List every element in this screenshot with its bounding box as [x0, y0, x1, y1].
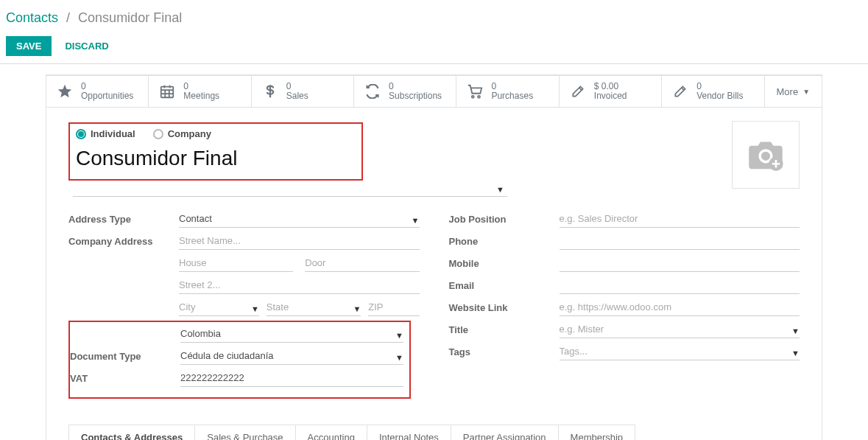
country-value: Colombia — [180, 325, 403, 343]
stat-meetings[interactable]: 0 Meetings — [149, 76, 251, 107]
city-select[interactable]: ▼ — [179, 298, 259, 316]
radio-dot-icon — [153, 129, 163, 139]
zip-input[interactable] — [368, 298, 419, 316]
calendar-icon — [158, 83, 177, 99]
highlight-vat-section: . Colombia ▼ Document Type Cédula de ciu… — [68, 321, 411, 399]
title-label: Title — [449, 321, 560, 335]
tab-internal-notes[interactable]: Internal Notes — [367, 425, 451, 440]
more-button[interactable]: More ▼ — [765, 76, 822, 107]
website-label: Website Link — [449, 298, 560, 313]
vat-input[interactable] — [180, 369, 403, 387]
notebook-tabs: Contacts & Addresses Sales & Purchase Ac… — [68, 424, 800, 440]
stat-subscriptions-label: Subscriptions — [389, 91, 442, 101]
stat-sales[interactable]: 0 Sales — [252, 76, 354, 107]
radio-company-label: Company — [168, 128, 211, 139]
country-select[interactable]: Colombia ▼ — [180, 325, 403, 343]
fields-grid: Address Type Contact ▼ Company Address — [68, 210, 800, 399]
dollar-icon — [261, 83, 280, 99]
document-type-select[interactable]: Cédula de ciudadanía ▼ — [180, 347, 403, 365]
stat-buttons: 0 Opportunities 0 Meetings 0 Sales — [46, 76, 822, 108]
star-icon — [55, 83, 74, 99]
house-input[interactable] — [179, 254, 293, 272]
address-type-label: Address Type — [68, 210, 179, 225]
stat-purchases[interactable]: 0 Purchases — [456, 76, 559, 107]
vat-label: VAT — [70, 369, 180, 384]
company-type-radios: Individual Company — [74, 128, 357, 139]
more-label: More — [777, 86, 799, 97]
email-label: Email — [449, 276, 560, 291]
avatar-upload[interactable] — [732, 121, 800, 189]
tab-contacts-addresses[interactable]: Contacts & Addresses — [68, 425, 195, 440]
phone-label: Phone — [449, 232, 560, 247]
camera-plus-icon — [745, 137, 786, 172]
breadcrumb-separator: / — [62, 10, 74, 25]
tab-accounting[interactable]: Accounting — [295, 425, 367, 440]
stat-vendor-bills-label: Vendor Bills — [696, 91, 743, 101]
company-dropdown[interactable]: ▼ — [73, 185, 507, 197]
edit-icon — [671, 84, 690, 99]
mobile-label: Mobile — [449, 254, 560, 269]
title-input[interactable] — [560, 321, 800, 338]
action-row: SAVE DISCARD — [0, 32, 868, 63]
stat-invoiced-label: Invoiced — [594, 91, 627, 101]
email-input[interactable] — [560, 276, 800, 294]
mobile-input[interactable] — [560, 254, 800, 272]
stat-meetings-label: Meetings — [183, 91, 219, 101]
divider — [0, 63, 868, 64]
stat-purchases-label: Purchases — [491, 91, 533, 101]
radio-individual-label: Individual — [91, 128, 135, 139]
highlight-name-section: Individual Company Consumidor Final — [68, 122, 363, 181]
state-input[interactable] — [267, 298, 361, 316]
stat-vendor-bills[interactable]: 0 Vendor Bills — [662, 76, 764, 107]
tags-select[interactable]: ▼ — [560, 343, 800, 360]
contact-name[interactable]: Consumidor Final — [74, 145, 357, 172]
radio-company[interactable]: Company — [153, 128, 211, 139]
tab-sales-purchase[interactable]: Sales & Purchase — [194, 425, 295, 440]
title-select[interactable]: ▼ — [560, 321, 800, 338]
breadcrumb-current: Consumidor Final — [78, 10, 182, 25]
address-type-value: Contact — [179, 210, 420, 228]
edit-icon — [568, 84, 588, 99]
stat-invoiced[interactable]: $ 0.00 Invoiced — [560, 76, 662, 107]
svg-point-10 — [761, 152, 770, 161]
form-card: 0 Opportunities 0 Meetings 0 Sales — [46, 74, 822, 440]
stat-opportunities[interactable]: 0 Opportunities — [46, 76, 149, 107]
street2-input[interactable] — [179, 276, 420, 294]
job-position-input[interactable] — [560, 210, 800, 228]
tab-membership[interactable]: Membership — [558, 425, 636, 440]
form-body: Individual Company Consumidor Final ▼ Ad… — [46, 108, 822, 406]
address-type-select[interactable]: Contact ▼ — [179, 210, 420, 228]
website-input[interactable] — [560, 298, 800, 316]
save-button[interactable]: SAVE — [6, 36, 52, 56]
stat-opportunities-label: Opportunities — [81, 91, 133, 101]
breadcrumb: Contacts / Consumidor Final — [0, 0, 868, 32]
phone-input[interactable] — [560, 232, 800, 250]
tab-partner-assignation[interactable]: Partner Assignation — [451, 425, 559, 440]
tags-input[interactable] — [560, 343, 800, 360]
svg-point-8 — [478, 96, 480, 98]
company-address-label: Company Address — [68, 232, 179, 247]
right-column: Job Position Phone Mobile — [449, 210, 800, 399]
street-input[interactable] — [179, 232, 420, 250]
document-type-value: Cédula de ciudadanía — [180, 347, 403, 365]
caret-down-icon: ▼ — [802, 88, 810, 96]
document-type-label: Document Type — [70, 347, 180, 362]
door-input[interactable] — [305, 254, 419, 272]
svg-point-7 — [472, 96, 474, 98]
cart-icon — [465, 83, 484, 99]
refresh-icon — [363, 84, 382, 99]
state-select[interactable]: ▼ — [267, 298, 361, 316]
job-position-label: Job Position — [449, 210, 560, 225]
radio-individual[interactable]: Individual — [76, 128, 135, 139]
left-column: Address Type Contact ▼ Company Address — [68, 210, 420, 399]
city-input[interactable] — [179, 298, 259, 316]
tags-label: Tags — [449, 343, 560, 357]
discard-button[interactable]: DISCARD — [54, 36, 119, 56]
caret-down-icon: ▼ — [496, 185, 507, 196]
radio-dot-icon — [76, 129, 86, 139]
svg-rect-0 — [161, 87, 174, 98]
breadcrumb-root[interactable]: Contacts — [6, 10, 58, 25]
stat-subscriptions[interactable]: 0 Subscriptions — [354, 76, 456, 107]
stat-sales-label: Sales — [286, 91, 308, 101]
